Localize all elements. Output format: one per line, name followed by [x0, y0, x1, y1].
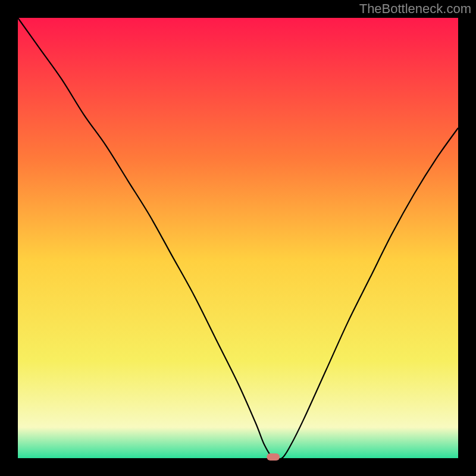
- plot-background: [18, 18, 458, 458]
- minimum-marker: [267, 453, 280, 461]
- bottleneck-chart-frame: TheBottleneck.com: [0, 0, 476, 476]
- watermark-text: TheBottleneck.com: [359, 1, 471, 17]
- chart-svg: [0, 0, 476, 476]
